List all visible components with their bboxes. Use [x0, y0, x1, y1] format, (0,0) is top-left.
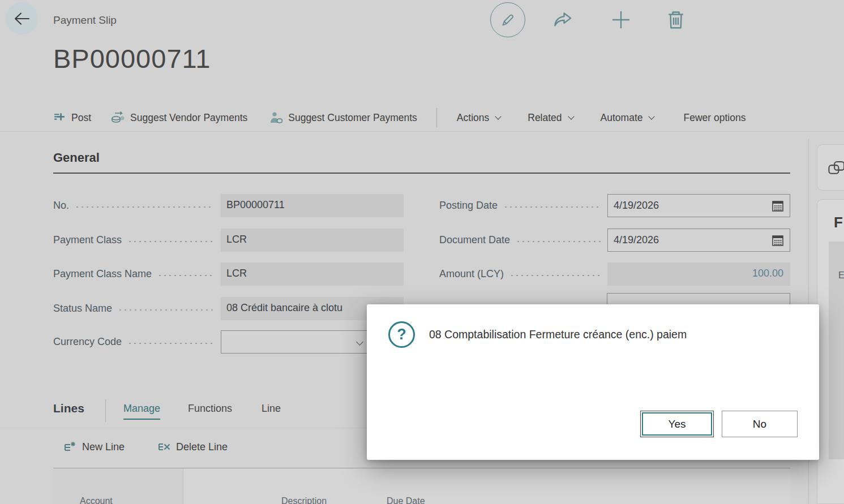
lines-table-column-2[interactable]: [183, 468, 790, 504]
back-arrow-icon: [14, 11, 31, 26]
status-name-label: Status Name: [53, 303, 112, 315]
factbox-title-fragment: F: [834, 214, 843, 231]
pencil-icon: [500, 12, 516, 28]
no-button[interactable]: No: [722, 411, 798, 437]
currency-code-label: Currency Code: [53, 336, 122, 348]
copilot-card[interactable]: [817, 144, 844, 191]
dotted-leader: [503, 206, 601, 208]
page-title: BP00000711: [53, 43, 211, 74]
tab-functions[interactable]: Functions: [188, 403, 232, 419]
automate-menu[interactable]: Automate: [601, 112, 654, 124]
lines-table-column-divider: [183, 468, 183, 504]
new-line-label: New Line: [82, 441, 125, 453]
yes-button[interactable]: Yes: [640, 411, 714, 437]
new-button[interactable]: [609, 8, 633, 31]
post-label: Post: [71, 112, 91, 124]
field-row-payment-class-name: Payment Class Name LCR: [53, 262, 404, 286]
payment-class-name-field: LCR: [221, 262, 404, 286]
trash-icon: [666, 9, 686, 31]
amount-lcy-label: Amount (LCY): [439, 268, 504, 280]
suggest-vendor-icon: [110, 111, 125, 124]
dotted-leader: [127, 342, 214, 344]
document-date-field[interactable]: 4/19/2026: [607, 229, 790, 252]
payment-class-field: LCR: [221, 229, 404, 252]
plus-icon: [609, 8, 633, 31]
copilot-icon: [828, 158, 844, 178]
no-label: No.: [53, 200, 69, 212]
factbox-text-fragment: E: [838, 270, 844, 281]
action-bar: Post Suggest Vendor Payments Suggest Cus…: [53, 105, 746, 130]
related-menu[interactable]: Related: [528, 112, 573, 124]
document-date-label: Document Date: [439, 234, 510, 246]
field-row-status-name: Status Name 08 Crédit bancaire à clotu: [53, 297, 404, 320]
field-row-no: No. BP00000711: [53, 194, 404, 217]
tab-line[interactable]: Line: [262, 403, 281, 419]
suggest-customer-payments-button[interactable]: Suggest Customer Payments: [268, 111, 417, 124]
back-button[interactable]: [6, 2, 38, 35]
dialog-message: 08 Comptabilisation Fermeture créance (e…: [429, 328, 687, 341]
column-header-due-date[interactable]: Due Date: [387, 496, 425, 504]
general-section-rule: [53, 173, 790, 174]
posting-date-label: Posting Date: [439, 200, 498, 212]
chevron-down-icon: [568, 113, 574, 119]
delete-button[interactable]: [666, 9, 686, 31]
lines-divider: [105, 399, 106, 422]
field-row-document-date: Document Date 4/19/2026: [439, 229, 790, 252]
payment-slip-page: Payment Slip BP00000711 Post: [0, 0, 844, 504]
calendar-icon[interactable]: [771, 199, 785, 213]
share-icon: [552, 10, 574, 30]
edit-button[interactable]: [490, 2, 525, 37]
payment-class-label: Payment Class: [53, 234, 122, 246]
confirmation-dialog: ? 08 Comptabilisation Fermeture créance …: [367, 304, 819, 460]
new-line-button[interactable]: New Line: [63, 440, 125, 454]
actions-menu[interactable]: Actions: [457, 112, 500, 124]
general-section-title: General: [53, 150, 100, 165]
payment-class-name-label: Payment Class Name: [53, 268, 152, 280]
share-button[interactable]: [552, 10, 574, 30]
amount-lcy-field: 100.00: [607, 262, 790, 286]
calendar-icon[interactable]: [771, 234, 785, 247]
field-row-amount-lcy: Amount (LCY) 100.00: [439, 262, 790, 286]
suggest-customer-payments-label: Suggest Customer Payments: [288, 112, 417, 124]
dotted-leader: [509, 274, 601, 277]
fewer-options-label: Fewer options: [683, 112, 746, 124]
automate-label: Automate: [601, 112, 643, 124]
dotted-leader: [157, 274, 214, 277]
post-icon: [53, 111, 66, 124]
suggest-vendor-payments-button[interactable]: Suggest Vendor Payments: [110, 111, 247, 124]
field-row-payment-class: Payment Class LCR: [53, 229, 404, 252]
no-field: BP00000711: [221, 194, 404, 217]
post-button[interactable]: Post: [53, 111, 91, 124]
actions-label: Actions: [457, 112, 489, 124]
dotted-leader: [127, 240, 214, 243]
question-icon: ?: [388, 321, 415, 348]
chevron-down-icon: [495, 113, 502, 119]
posting-date-field[interactable]: 4/19/2026: [607, 194, 790, 217]
column-header-description[interactable]: Description: [281, 496, 327, 504]
field-row-posting-date: Posting Date 4/19/2026: [439, 194, 790, 217]
page-caption: Payment Slip: [53, 14, 117, 27]
suggest-customer-icon: [268, 111, 283, 124]
new-line-icon: [63, 440, 77, 454]
dotted-leader: [516, 240, 601, 243]
delete-line-label: Delete Line: [176, 441, 228, 453]
lines-table-column-1[interactable]: [53, 468, 183, 504]
delete-line-button[interactable]: Delete Line: [157, 440, 228, 454]
chevron-down-icon: [649, 113, 655, 119]
toolbar-divider: [436, 108, 437, 127]
suggest-vendor-payments-label: Suggest Vendor Payments: [130, 112, 247, 124]
toolbar-underline: [0, 131, 844, 132]
dotted-leader: [75, 206, 214, 208]
related-label: Related: [528, 112, 562, 124]
column-header-account[interactable]: Account: [80, 496, 113, 504]
lines-section-title: Lines: [53, 402, 84, 415]
field-row-currency-code: Currency Code: [53, 330, 404, 354]
fewer-options-button[interactable]: Fewer options: [683, 112, 746, 124]
delete-line-icon: [157, 440, 171, 454]
dotted-leader: [118, 309, 214, 311]
tab-manage[interactable]: Manage: [123, 403, 160, 420]
dropdown-chevron-icon[interactable]: [356, 338, 363, 346]
